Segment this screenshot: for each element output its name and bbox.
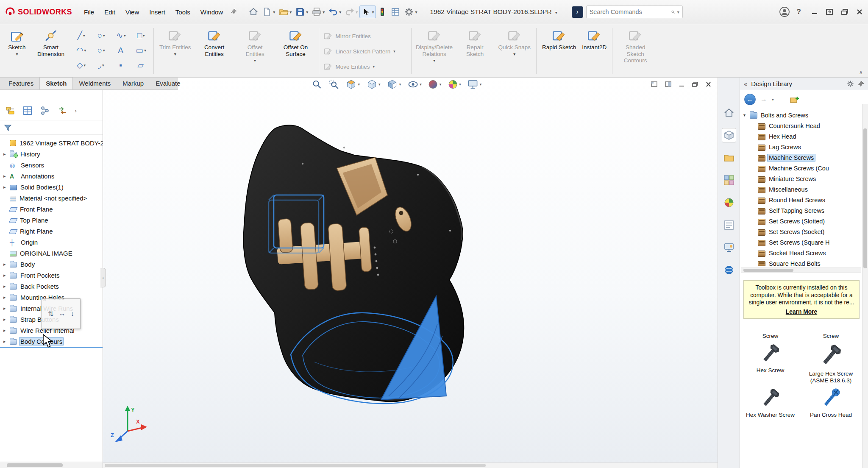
polygon-tool[interactable]: ◇ ▾ [71,58,91,72]
feature-tree-item[interactable]: ▸ Solid Bodies(1) [0,181,103,192]
add-to-library-icon[interactable] [790,95,800,104]
ribbon-command-button[interactable]: Display/Delete Relations ▾ [414,25,455,77]
expand-icon[interactable]: ▸ [3,328,10,333]
tree-horizontal-scrollbar[interactable] [0,462,103,468]
ribbon-command-button[interactable]: Rapid Sketch [539,25,579,77]
ribbon-command-button[interactable]: Trim Entities ▾ [156,25,194,77]
ribbon-tab[interactable]: Weldments [73,78,117,89]
learn-more-link[interactable]: Learn More [786,308,817,316]
library-folder-item[interactable]: Set Screws (Slotted) [743,216,862,226]
feature-tree-item[interactable]: Front Plane [0,203,103,214]
resources-home-icon[interactable] [722,106,736,120]
expand-icon[interactable]: ▸ [3,151,10,157]
dropdown-icon[interactable]: ▾ [378,82,381,86]
library-thumbnail[interactable]: Large Hex Screw (ASME B18.6.3) [801,341,861,384]
auto-show-pin-icon[interactable] [858,81,864,87]
slot-tool[interactable]: ▭ ▾ [131,43,151,58]
minimize-window-icon[interactable] [811,8,818,15]
ribbon-command-button[interactable]: Shaded Sketch Contours [615,25,656,77]
dropdown-icon[interactable]: ▾ [358,82,360,86]
ribbon-command-button[interactable]: Quick Snaps ▾ [495,25,534,77]
3dexperience-icon[interactable] [722,263,736,277]
graphics-viewport[interactable]: ▾ ▾ ▾ ▾ ▾ ▾ ▾ [103,78,718,468]
line-tool[interactable]: ╱ ▾ [71,28,91,43]
collapse-panel-icon[interactable]: « [744,80,747,87]
library-folder-item[interactable]: Machine Screws (Cou [743,163,862,173]
ribbon-tab[interactable]: Evaluate [150,78,186,89]
ribbon-command-button[interactable]: Offset On Surface [275,25,316,77]
library-thumbnail[interactable]: Screw [741,328,800,340]
feature-tree-item[interactable]: Origin [0,237,103,248]
menu-item[interactable]: View [120,6,144,19]
library-thumbnail[interactable]: Screw [801,328,861,340]
ribbon-tab[interactable]: Features [3,78,39,89]
menu-item[interactable]: Edit [99,6,120,19]
library-horizontal-scrollbar[interactable] [741,267,861,273]
filter-funnel-icon[interactable] [4,124,12,131]
open-document-button[interactable]: ▾ [277,6,293,18]
design-library-icon[interactable] [722,128,736,142]
library-folder-item[interactable]: Square Head Bolts [743,258,862,266]
section-view-icon[interactable]: ▾ [346,79,360,90]
dropdown-icon[interactable]: ▾ [480,82,482,86]
ribbon-command-button[interactable]: Move Entities ▾ [322,61,409,72]
ribbon-command-button[interactable]: Linear Sketch Pattern ▾ [322,46,409,57]
hide-show-items-icon[interactable]: ▾ [407,80,422,89]
feature-tree-item[interactable]: 1962 Vintage STRAT BODY-20 [0,137,103,148]
expand-icon[interactable]: ▸ [3,184,10,190]
expand-icon[interactable]: ▸ [3,339,10,344]
expand-icon[interactable]: ▸ [3,273,10,278]
minimize-doc-icon[interactable] [679,81,685,87]
dropdown-icon[interactable]: ▾ [399,82,401,86]
display-style-icon[interactable]: ▾ [387,79,401,90]
menu-item[interactable]: Insert [144,6,170,19]
expand-icon[interactable]: ▸ [3,262,10,267]
library-folder-item[interactable]: Miniature Screws [743,173,862,184]
display-manager-tab-icon[interactable] [57,106,67,116]
dropdown-icon[interactable]: ▾ [415,10,417,14]
library-folder-root[interactable]: ▾ Bolts and Screws [743,110,862,120]
menu-pin-icon[interactable] [231,8,237,16]
point-tool[interactable]: ▪ [111,58,131,72]
search-icon[interactable] [671,9,675,15]
feature-tree-item[interactable]: Right Plane [0,226,103,237]
scrollbar-thumb[interactable] [863,128,867,268]
dock-window-icon[interactable] [826,8,833,15]
dropdown-icon[interactable]: ▾ [323,10,325,14]
library-thumbnail[interactable]: Hex Screw [741,341,800,384]
history-dropdown-icon[interactable]: ▾ [772,97,774,102]
appearances-scenes-icon[interactable] [722,195,736,210]
file-explorer-icon[interactable] [722,150,736,165]
restore-window-icon[interactable] [841,8,849,15]
expand-icon[interactable]: ▸ [3,317,10,322]
tree-filter-bar[interactable] [0,120,103,135]
print-button[interactable]: ▾ [310,6,326,18]
account-icon[interactable] [779,6,790,17]
text-tool[interactable]: A [111,43,131,58]
dropdown-icon[interactable]: ▾ [420,82,422,86]
ribbon-collapse-icon[interactable]: ∧ [859,69,863,75]
configuration-manager-tab-icon[interactable] [40,106,50,116]
doc-switch-dropdown-icon[interactable]: ▾ [555,10,557,15]
spline-tool[interactable]: ∿ ▾ [111,28,131,43]
library-folder-item[interactable]: Countersunk Head [743,120,862,131]
panel-options-gear-icon[interactable] [847,80,854,87]
library-folder-item[interactable]: Socket Head Screws [743,248,862,258]
forward-button[interactable]: → [760,95,767,103]
scrollbar-thumb[interactable] [105,464,486,467]
search-scope-icon[interactable]: › [572,6,583,18]
appearances-icon[interactable]: ▾ [428,79,442,89]
scrollbar-thumb[interactable] [7,463,63,467]
dropdown-icon[interactable]: ▾ [339,10,341,14]
plane-tool[interactable]: ▱ [131,58,151,72]
panel-collapse-handle[interactable]: ‹ [100,268,106,287]
feature-tree-item[interactable]: ▸ Back Pockets [0,281,103,292]
expand-icon[interactable]: ▸ [3,284,10,289]
circle-tool[interactable]: ○ ▾ [91,28,111,43]
save-button[interactable]: ▾ [293,6,310,18]
panel-flyout-chevron-icon[interactable]: › [75,107,77,114]
dropdown-icon[interactable]: ▾ [356,10,358,14]
dropdown-icon[interactable]: ▾ [306,10,308,14]
expand-icon[interactable]: ▸ [3,295,10,300]
custom-properties-icon[interactable] [722,218,736,232]
